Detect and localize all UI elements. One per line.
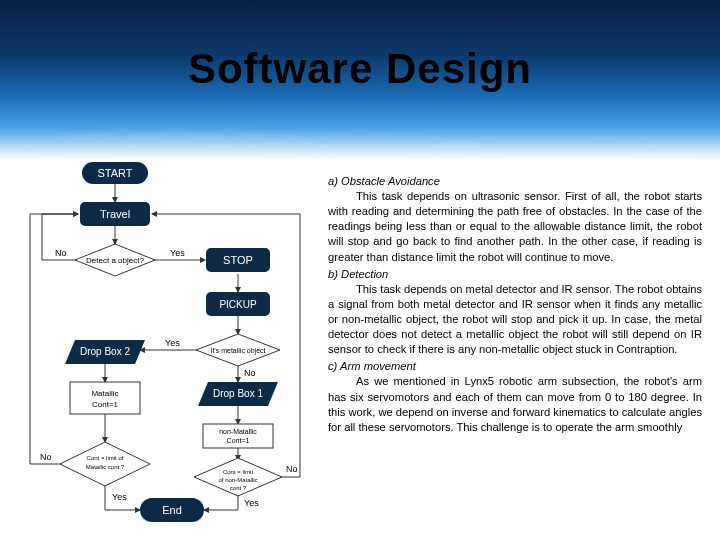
label-no-limitnm: No [286,464,298,474]
slide-header: Software Design [0,0,720,160]
section-c-body: As we mentioned in Lynx5 robotic arm sub… [328,374,702,434]
label-no-limitm: No [40,452,52,462]
node-limit-nm: Cont = limit of non-Matallic cont ? [194,458,282,496]
svg-text:Matallic: Matallic [91,389,118,398]
svg-text:It's metallic object: It's metallic object [210,347,265,355]
slide-title: Software Design [0,45,720,93]
svg-text:cont ?: cont ? [230,485,247,491]
section-c-title: c) Arm movement [328,359,702,374]
svg-text:PICKUP: PICKUP [219,299,257,310]
node-metallic: It's metallic object [196,334,280,366]
label-yes-metal: Yes [165,338,180,348]
flowchart: START Travel Detect a object? Yes No STO… [0,152,320,532]
label-no-detect: No [55,248,67,258]
svg-text:Detect a object?: Detect a object? [86,256,144,265]
section-b-title: b) Detection [328,267,702,282]
node-end: End [140,498,204,522]
svg-text:START: START [97,167,132,179]
node-dropbox2: Drop Box 2 [65,340,145,364]
svg-text:Drop Box 1: Drop Box 1 [213,388,263,399]
svg-rect-27 [70,382,140,414]
node-dropbox1: Drop Box 1 [198,382,278,406]
svg-text:End: End [162,504,182,516]
node-travel: Travel [80,202,150,226]
svg-text:Drop Box 2: Drop Box 2 [80,346,130,357]
svg-text:Matallic cont ?: Matallic cont ? [86,464,125,470]
label-no-metal: No [244,368,256,378]
flowchart-svg: START Travel Detect a object? Yes No STO… [0,152,320,532]
section-a-title: a) Obstacle Avoidance [328,174,702,189]
label-yes-detect: Yes [170,248,185,258]
svg-text:Cont = limit: Cont = limit [223,469,254,475]
label-yes-limitnm: Yes [244,498,259,508]
label-yes-limitm: Yes [112,492,127,502]
content-row: START Travel Detect a object? Yes No STO… [0,160,720,540]
node-mcount: Matallic Cont=1 [70,382,140,414]
svg-text:non-Matallic: non-Matallic [219,428,257,435]
svg-text:Cont=1: Cont=1 [92,400,119,409]
section-a-body: This task depends on ultrasonic sensor. … [328,189,702,265]
svg-text:STOP: STOP [223,254,253,266]
svg-text:Travel: Travel [100,208,130,220]
node-limit-m: Cont = limit of Matallic cont ? [60,442,150,486]
node-nmcount: non-Matallic Cont=1 [203,424,273,448]
svg-text:of non-Matallic: of non-Matallic [218,477,257,483]
text-column: a) Obstacle Avoidance This task depends … [320,160,720,540]
svg-text:Cont=1: Cont=1 [227,437,250,444]
node-pickup: PICKUP [206,292,270,316]
node-stop: STOP [206,248,270,272]
svg-text:Cont = limit of: Cont = limit of [87,455,124,461]
node-start: START [82,162,148,184]
node-detect: Detect a object? [75,244,155,276]
section-b-body: This task depends on metal detector and … [328,282,702,358]
